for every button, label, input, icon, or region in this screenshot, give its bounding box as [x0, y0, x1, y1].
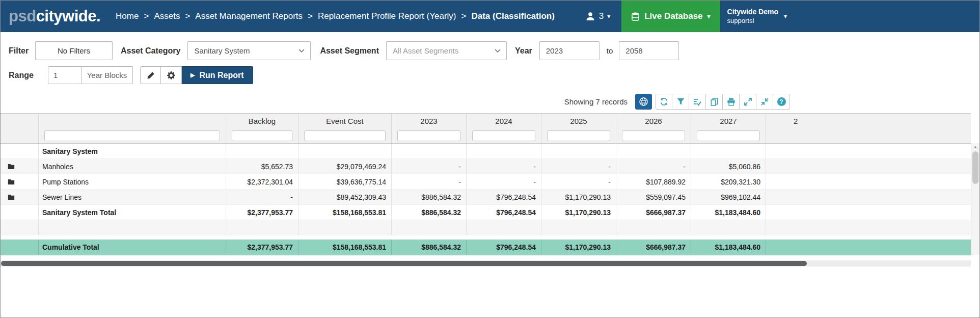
column-header-2026[interactable]: 2026 — [616, 114, 691, 128]
breadcrumb-item[interactable]: Home — [116, 11, 139, 21]
globe-button[interactable] — [635, 94, 652, 110]
expand-icon — [744, 98, 752, 105]
value-cell: $158,168,553.81 — [298, 205, 392, 220]
table-row[interactable]: Sewer Lines-$89,452,309.43$886,584.32$79… — [1, 190, 971, 205]
psd-citywide-logo[interactable]: psd citywide. — [9, 1, 100, 32]
table-row[interactable]: Pump Stations$2,372,301.04$39,636,775.14… — [1, 174, 971, 190]
year-blocks-addon: Year Blocks — [81, 66, 133, 84]
live-database-button[interactable]: Live Database ▾ — [621, 1, 720, 32]
value-cell: - — [467, 174, 541, 189]
table-row[interactable]: Sanitary System — [1, 144, 971, 159]
range-input[interactable] — [48, 66, 81, 84]
account-menu[interactable]: Citywide Demo supportsl ▾ — [720, 1, 794, 32]
breadcrumb-separator: > — [144, 11, 149, 21]
asset-segment-select[interactable]: All Asset Segments — [386, 41, 507, 60]
help-button[interactable]: ? — [773, 94, 790, 110]
filter-button[interactable] — [672, 94, 689, 110]
user-menu[interactable]: 3 ▾ — [574, 1, 622, 32]
table-row[interactable]: Sanitary System Total$2,377,953.77$158,1… — [1, 205, 971, 220]
breadcrumb-item[interactable]: Asset Management Reports — [195, 11, 303, 21]
run-report-button[interactable]: ▶ Run Report — [182, 66, 253, 84]
row-icon-cell — [1, 174, 39, 189]
filter-cell — [39, 128, 226, 143]
edit-button[interactable] — [140, 66, 161, 84]
filter-row-1: Filter No Filters Asset Category Sanitar… — [9, 41, 979, 60]
table-row[interactable]: Cumulative Total$2,377,953.77$158,168,55… — [1, 240, 971, 255]
filter-cell — [1, 128, 39, 143]
value-cell: $29,079,469.24 — [298, 159, 392, 174]
printer-icon — [727, 98, 736, 106]
year-to-input[interactable] — [619, 41, 679, 60]
print-button[interactable] — [723, 94, 740, 110]
table-row[interactable] — [1, 220, 971, 235]
settings-button[interactable] — [161, 66, 182, 84]
value-cell — [691, 144, 766, 158]
year-label: Year — [515, 46, 532, 56]
value-cell: $89,452,309.43 — [298, 190, 392, 204]
value-cell: $209,321.30 — [691, 174, 766, 189]
breadcrumb-item[interactable]: Data (Classification) — [471, 11, 554, 21]
breadcrumb-item[interactable]: Replacement Profile Report (Yearly) — [318, 11, 456, 21]
horizontal-scrollbar[interactable] — [1, 260, 971, 267]
filter-panel: Filter No Filters Asset Category Sanitar… — [1, 32, 979, 90]
refresh-button[interactable] — [656, 94, 672, 110]
filler-cell — [766, 174, 971, 189]
record-count: Showing 7 records — [564, 97, 628, 106]
filler-cell — [766, 240, 971, 255]
filler-cell — [766, 144, 971, 158]
value-cell — [541, 144, 616, 158]
column-filter-input[interactable] — [547, 130, 610, 141]
vertical-scrollbar-thumb[interactable] — [972, 151, 978, 184]
column-filter-input[interactable] — [622, 130, 685, 141]
value-cell: $796,248.54 — [467, 205, 541, 220]
column-header-event-cost[interactable]: Event Cost — [298, 114, 392, 128]
asset-name-cell: Sanitary System Total — [39, 205, 226, 220]
value-cell: - — [392, 174, 467, 189]
maximize-button[interactable] — [740, 94, 756, 110]
column-header-2025[interactable]: 2025 — [541, 114, 616, 128]
account-name: Citywide Demo — [727, 7, 778, 16]
value-cell — [226, 220, 298, 235]
asset-category-select[interactable]: Sanitary System — [187, 41, 311, 60]
column-header-empty[interactable] — [39, 114, 226, 128]
logo-citywide: citywide. — [36, 7, 100, 25]
asset-name-cell: Sewer Lines — [39, 190, 226, 204]
asset-name-cell: Manholes — [39, 159, 226, 174]
horizontal-scrollbar-thumb[interactable] — [1, 261, 807, 266]
column-filter-input[interactable] — [304, 130, 386, 141]
minimize-button[interactable] — [756, 94, 773, 110]
scroll-up-arrow[interactable]: ▲ — [971, 143, 979, 151]
column-filter-input[interactable] — [697, 130, 760, 141]
column-header-empty — [1, 114, 39, 128]
vertical-scrollbar[interactable]: ▲ — [971, 143, 979, 255]
value-cell — [392, 220, 467, 235]
filter-row-2: Range Year Blocks ▶ — [9, 66, 979, 84]
column-filter-input[interactable] — [44, 130, 220, 141]
report-actions: ▶ Run Report — [140, 66, 253, 84]
chevron-down-icon — [495, 49, 501, 52]
column-header-2[interactable]: 2 — [766, 114, 971, 128]
no-filters-button[interactable]: No Filters — [35, 41, 113, 60]
value-cell — [616, 220, 691, 235]
column-header-backlog[interactable]: Backlog — [226, 114, 298, 128]
year-from-input[interactable] — [539, 41, 600, 60]
column-filter-input[interactable] — [472, 130, 535, 141]
breadcrumb-item[interactable]: Assets — [154, 11, 180, 21]
copy-button[interactable] — [706, 94, 723, 110]
breadcrumb-separator: > — [185, 11, 190, 21]
value-cell — [467, 144, 541, 158]
row-icon-cell — [1, 144, 39, 158]
column-header-2027[interactable]: 2027 — [691, 114, 766, 128]
grid-body: Sanitary SystemManholes$5,652.73$29,079,… — [1, 144, 971, 255]
funnel-icon — [677, 98, 685, 105]
table-row[interactable]: Manholes$5,652.73$29,079,469.24----$5,06… — [1, 159, 971, 174]
column-header-2024[interactable]: 2024 — [467, 114, 541, 128]
grid-filter-row — [1, 128, 971, 144]
column-header-2023[interactable]: 2023 — [392, 114, 467, 128]
column-filter-input[interactable] — [397, 130, 460, 141]
asset-segment-label: Asset Segment — [320, 46, 379, 56]
value-cell: $969,102.44 — [691, 190, 766, 204]
column-select-button[interactable] — [689, 94, 706, 110]
logo-psd: psd — [9, 7, 36, 25]
column-filter-input[interactable] — [232, 130, 292, 141]
